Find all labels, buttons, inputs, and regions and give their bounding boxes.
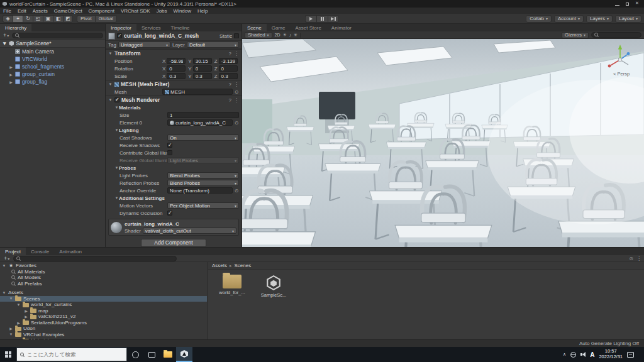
kebab-menu-icon[interactable]: ⋮ [234, 97, 239, 103]
menu-item-gameobject[interactable]: GameObject [51, 8, 86, 14]
layers-dropdown[interactable]: Layers [586, 15, 613, 23]
foldout-open-icon[interactable] [114, 166, 119, 170]
materials-size-field[interactable]: 1 [167, 112, 239, 118]
tree-item-udon[interactable]: Udon [0, 326, 207, 332]
taskbar-search-input[interactable] [27, 351, 123, 358]
asset-item-world-for-curtains[interactable]: world_for_... [216, 275, 248, 298]
mesh-object-field[interactable]: MESH [162, 89, 233, 95]
taskbar-clock[interactable]: 10:57 2022/12/31 [599, 349, 623, 359]
foldout-closed-icon[interactable] [9, 65, 13, 69]
hierarchy-search-input[interactable] [12, 33, 103, 38]
component-enabled-checkbox[interactable] [114, 97, 119, 102]
object-picker-icon[interactable]: ⊙ [234, 188, 239, 193]
tree-item-map[interactable]: map [0, 308, 207, 314]
cortana-button[interactable] [127, 347, 143, 362]
move-tool-icon[interactable]: + [13, 15, 23, 23]
taskbar-search-box[interactable] [16, 348, 127, 361]
menu-item-vrchat-sdk[interactable]: VRChat SDK [118, 8, 153, 14]
tag-dropdown[interactable]: Untagged [118, 41, 170, 48]
foldout-open-icon[interactable] [108, 52, 113, 55]
foldout-open-icon[interactable] [114, 196, 119, 200]
breadcrumb-scenes[interactable]: Scenes [235, 263, 252, 268]
action-center-icon[interactable] [627, 352, 634, 358]
menu-item-assets[interactable]: Assets [30, 8, 51, 14]
position-y-field[interactable]: 30.15 [193, 58, 212, 64]
hierarchy-item-vrcworld[interactable]: VRCWorld [0, 55, 105, 63]
position-x-field[interactable]: -58.98 [167, 58, 186, 64]
transform-tool-icon[interactable]: ◧ [53, 15, 63, 23]
shader-dropdown[interactable]: vat/vat_cloth_cutOut [143, 228, 236, 234]
probes-foldout[interactable]: Probes [106, 164, 242, 172]
help-icon[interactable]: ? [229, 97, 231, 103]
foldout-open-icon[interactable] [108, 82, 113, 86]
foldout-open-icon[interactable] [2, 40, 7, 47]
tab-game[interactable]: Game [267, 24, 291, 31]
tab-asset-store[interactable]: Asset Store [290, 24, 326, 31]
add-component-button[interactable]: Add Component [141, 239, 206, 247]
scene-lighting-icon[interactable]: ☀ [283, 33, 287, 38]
step-button[interactable] [328, 15, 339, 23]
asset-item-samplescene[interactable]: SampleSc... [257, 275, 290, 298]
rotation-z-field[interactable]: 0 [219, 65, 238, 72]
start-button[interactable] [0, 347, 16, 362]
menu-item-component[interactable]: Component [86, 8, 118, 14]
file-explorer-button[interactable] [160, 347, 176, 362]
favorite-all-materials[interactable]: All Materials [0, 269, 207, 275]
ime-indicator[interactable]: A [590, 351, 594, 358]
tab-scene[interactable]: Scene [242, 24, 267, 31]
reflection-probes-dropdown[interactable]: Blend Probes [167, 180, 239, 186]
hierarchy-item-main-camera[interactable]: Main Camera [0, 48, 105, 55]
scene-audio-icon[interactable]: ♪ [289, 33, 292, 37]
menu-item-window[interactable]: Window [170, 8, 194, 14]
receive-shadows-checkbox[interactable] [167, 143, 172, 148]
tree-item-world-for-curtains[interactable]: world_for_curtains [0, 302, 207, 308]
play-button[interactable] [305, 15, 316, 23]
scale-z-field[interactable]: 0.3 [219, 73, 238, 79]
tab-animation[interactable]: Animation [54, 248, 87, 255]
menu-item-help[interactable]: Help [194, 8, 211, 14]
lighting-foldout[interactable]: Lighting [106, 126, 242, 134]
scale-tool-icon[interactable]: ◱ [33, 15, 43, 23]
collab-dropdown[interactable]: Collab [526, 15, 552, 23]
tree-item-scenes[interactable]: Scenes [0, 296, 207, 302]
kebab-menu-icon[interactable]: ⋮ [234, 82, 239, 87]
dynamic-occlusion-checkbox[interactable] [167, 211, 172, 216]
gizmos-dropdown[interactable]: Gizmos [562, 32, 589, 38]
persp-label[interactable]: < Persp [613, 71, 630, 77]
auto-generate-lighting-toggle[interactable]: Auto Generate Lighting Off [579, 341, 639, 346]
network-icon[interactable] [570, 352, 576, 358]
task-view-button[interactable] [143, 347, 160, 362]
active-checkbox[interactable] [117, 33, 122, 38]
layout-dropdown[interactable]: Layout [615, 15, 641, 23]
contribute-gi-checkbox[interactable] [167, 150, 172, 155]
breadcrumb-assets[interactable]: Assets [212, 263, 227, 268]
favorite-all-prefabs[interactable]: All Prefabs [0, 281, 207, 287]
minimize-button[interactable] [615, 2, 619, 6]
hierarchy-item-group-curtain[interactable]: group_curtain [0, 70, 105, 78]
menu-item-file[interactable]: File [0, 8, 14, 14]
pause-button[interactable] [316, 15, 328, 23]
cast-shadows-dropdown[interactable]: On [167, 134, 239, 141]
kebab-menu-icon[interactable]: ⋮ [234, 51, 239, 57]
project-search-input[interactable] [13, 256, 177, 261]
mesh-renderer-component-header[interactable]: Mesh Renderer ?⋮ [106, 96, 242, 104]
effects-icon[interactable]: ✳ [294, 33, 297, 38]
rotate-tool-icon[interactable]: ↻ [23, 15, 33, 23]
hierarchy-item-group-flag[interactable]: group_flag [0, 78, 105, 85]
static-checkbox[interactable] [234, 33, 239, 38]
custom-tool-icon[interactable]: ◩ [63, 15, 73, 23]
project-menu-icon[interactable]: ⋮ [636, 256, 641, 261]
scene-3d-render[interactable]: < Persp [242, 39, 644, 247]
tree-item-vatcloth2211-v2[interactable]: vatCloth2211_v2 [0, 314, 207, 320]
tab-console[interactable]: Console [26, 248, 54, 255]
volume-icon[interactable] [580, 352, 586, 357]
scene-viewport[interactable]: < Persp [242, 39, 644, 247]
tray-expand-icon[interactable]: ∧ [563, 352, 566, 357]
foldout-open-icon[interactable] [114, 106, 119, 109]
rotation-y-field[interactable]: 0 [193, 65, 212, 72]
tree-item-vrchat-examples[interactable]: VRChat Examples [0, 332, 207, 338]
unity-taskbar-button[interactable] [176, 347, 192, 362]
tab-hierarchy[interactable]: Hierarchy [0, 24, 31, 31]
foldout-closed-icon[interactable] [9, 80, 13, 84]
draw-mode-dropdown[interactable]: Shaded [245, 32, 272, 38]
